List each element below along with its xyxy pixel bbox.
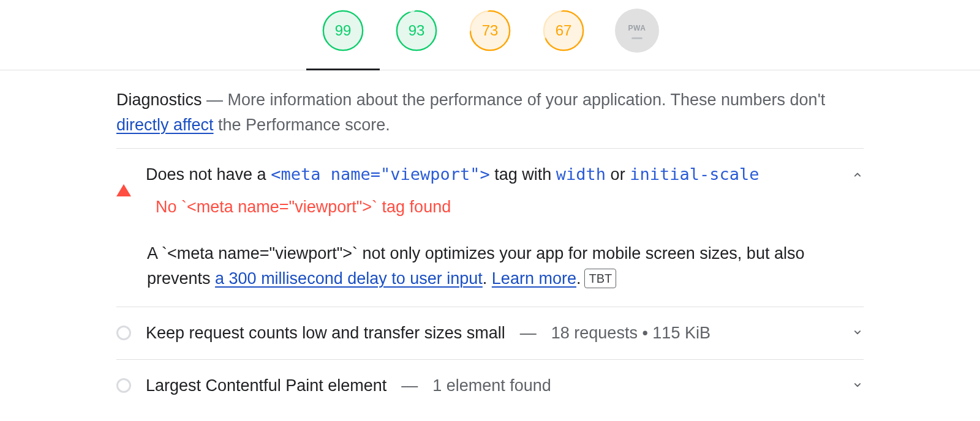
diagnostics-title: Diagnostics — [116, 91, 202, 109]
audit-subtitle: No `<meta name="viewport">` tag found — [146, 195, 864, 220]
chevron-down-icon — [851, 326, 864, 338]
audit-sep: — — [520, 321, 537, 346]
diagnostics-link[interactable]: directly affect — [116, 116, 214, 134]
circle-info-icon — [116, 326, 131, 340]
audit-title-code: initial-scale — [630, 165, 759, 184]
gauge-score: 67 — [545, 12, 582, 50]
collapse-button[interactable] — [851, 163, 864, 188]
score-gauges-header: 99 93 73 67 PWA — [0, 0, 980, 70]
metric-badge-tbt: TBT — [584, 269, 616, 288]
gauge-seo[interactable]: 67 — [541, 9, 586, 53]
audit-lcp-element[interactable]: Largest Contentful Paint element — 1 ele… — [116, 360, 864, 412]
audit-request-counts[interactable]: Keep request counts low and transfer siz… — [116, 307, 864, 360]
audit-meta: 18 requests • 115 KiB — [551, 321, 710, 346]
audit-viewport[interactable]: Does not have a <meta name="viewport"> t… — [116, 149, 864, 307]
chevron-up-icon — [851, 169, 864, 181]
audit-title: Keep request counts low and transfer siz… — [146, 321, 505, 346]
gauge-accessibility[interactable]: 93 — [394, 9, 439, 53]
circle-info-icon — [116, 378, 131, 393]
gauge-score: 73 — [471, 12, 509, 50]
gauge-performance[interactable]: 99 — [321, 9, 365, 53]
audit-title: Does not have a <meta name="viewport"> t… — [146, 162, 864, 187]
gauge-score: 99 — [324, 12, 362, 50]
audit-desc-text: . — [483, 269, 492, 288]
chevron-down-icon — [851, 379, 864, 391]
pwa-label: PWA — [628, 23, 646, 34]
expand-button[interactable] — [851, 321, 864, 346]
audit-link-delay[interactable]: a 300 millisecond delay to user input — [215, 269, 483, 288]
audit-sep: — — [401, 373, 418, 398]
audit-title: Largest Contentful Paint element — [146, 373, 386, 398]
audit-meta: 1 element found — [432, 373, 551, 398]
diagnostics-heading: Diagnostics — More information about the… — [116, 88, 864, 137]
audit-title-code: <meta name="viewport"> — [271, 165, 490, 184]
active-tab-underline — [306, 69, 380, 70]
audit-title-text: Does not have a — [146, 165, 271, 184]
gauge-score: 93 — [398, 12, 435, 50]
gauge-pwa[interactable]: PWA — [615, 9, 659, 53]
audit-link-learn-more[interactable]: Learn more — [492, 269, 576, 288]
audit-title-text: tag with — [490, 165, 556, 184]
triangle-fail-icon — [116, 184, 131, 196]
diagnostics-desc-after: the Performance score. — [214, 116, 390, 134]
audit-title-text: or — [606, 165, 630, 184]
diagnostics-desc-before: More information about the performance o… — [228, 91, 826, 109]
diagnostics-section: Diagnostics — More information about the… — [116, 70, 864, 411]
diagnostics-sep: — — [202, 91, 228, 109]
audit-description: A `<meta name="viewport">` not only opti… — [116, 241, 864, 291]
pwa-dash-icon — [631, 37, 643, 39]
audit-title-code: width — [556, 165, 606, 184]
expand-button[interactable] — [851, 373, 864, 398]
audit-desc-text: . — [576, 269, 581, 288]
gauge-best-practices[interactable]: 73 — [468, 9, 512, 53]
